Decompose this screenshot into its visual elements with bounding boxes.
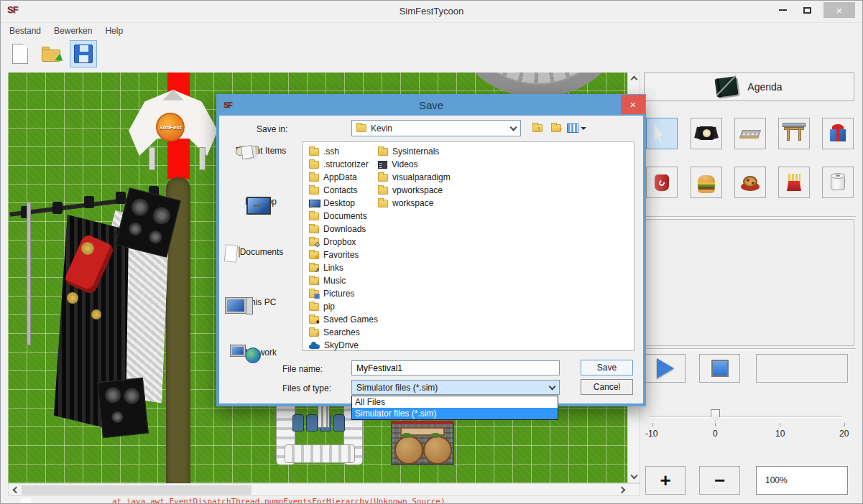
speed-slider-track[interactable] bbox=[650, 416, 842, 418]
tool-trash-button[interactable] bbox=[646, 167, 678, 198]
zoom-level-field[interactable]: 100% bbox=[756, 466, 848, 495]
scroll-up-button[interactable] bbox=[628, 73, 640, 85]
bun-top bbox=[698, 175, 715, 182]
tool-select-button[interactable] bbox=[646, 118, 678, 149]
file-item[interactable]: ▣Pictures bbox=[309, 287, 378, 300]
dropdown-option-sim-files[interactable]: Simulator files (*.sim) bbox=[352, 408, 558, 419]
file-name: Searches bbox=[323, 327, 360, 337]
cymbal bbox=[67, 292, 78, 304]
file-item[interactable]: visualparadigm bbox=[378, 171, 451, 184]
file-list[interactable]: .ssh .structorizer AppData Contacts Desk… bbox=[303, 141, 634, 351]
zoom-out-button[interactable]: − bbox=[699, 466, 740, 495]
dropdown-option-all-files[interactable]: All Files bbox=[352, 396, 558, 408]
star-overlay: ★ bbox=[314, 254, 320, 261]
dialog-close-icon: × bbox=[630, 98, 637, 111]
place-this-pc[interactable]: This PC bbox=[226, 297, 295, 307]
folder-icon bbox=[378, 148, 388, 156]
speed-slider-handle[interactable] bbox=[711, 409, 720, 422]
file-name: SkyDrive bbox=[324, 340, 359, 350]
menu-help[interactable]: Help bbox=[103, 25, 124, 38]
scroll-right-button[interactable] bbox=[616, 484, 627, 495]
file-item[interactable]: .ssh bbox=[309, 145, 378, 158]
file-name: Contacts bbox=[323, 185, 357, 195]
file-item[interactable]: ●Saved Games bbox=[309, 313, 378, 326]
file-item[interactable]: Contacts bbox=[309, 184, 378, 197]
place-documents[interactable]: Documents bbox=[226, 247, 295, 257]
file-item[interactable]: vpworkspace bbox=[378, 184, 451, 197]
tool-fries-button[interactable] bbox=[778, 167, 810, 198]
file-name: Pictures bbox=[323, 289, 354, 299]
maximize-button[interactable] bbox=[796, 2, 818, 18]
save-file-button[interactable] bbox=[70, 40, 97, 67]
file-item[interactable]: pip bbox=[309, 300, 378, 313]
console-marker bbox=[21, 498, 31, 504]
view-menu-button[interactable] bbox=[566, 120, 586, 136]
file-item[interactable]: .structorizer bbox=[309, 158, 378, 171]
tool-pizza-button[interactable] bbox=[734, 167, 766, 198]
horizontal-scroll-thumb[interactable] bbox=[22, 485, 251, 495]
file-type-combobox[interactable]: Simulator files (*.sim) bbox=[351, 380, 560, 395]
agenda-button[interactable]: Agenda bbox=[644, 73, 854, 101]
tool-spotlight-button[interactable] bbox=[691, 118, 722, 149]
file-item[interactable]: ↗Links bbox=[309, 261, 378, 274]
minimize-button[interactable] bbox=[772, 2, 793, 18]
menu-bewerken[interactable]: Bewerken bbox=[52, 25, 93, 38]
up-one-level-button[interactable]: ↑ bbox=[530, 120, 545, 136]
new-folder-button[interactable]: * bbox=[548, 120, 564, 136]
search-overlay: ○ bbox=[316, 332, 320, 338]
file-item[interactable]: ○Searches bbox=[309, 326, 378, 339]
map-horizontal-scrollbar[interactable] bbox=[8, 483, 640, 496]
scroll-down-button[interactable] bbox=[628, 470, 640, 481]
tool-gift-button[interactable] bbox=[822, 118, 854, 149]
torii-gate-icon bbox=[783, 122, 806, 145]
new-file-button[interactable] bbox=[6, 40, 34, 67]
speaker-cone bbox=[123, 388, 140, 405]
tool-burger-button[interactable] bbox=[691, 167, 722, 198]
place-desktop[interactable]: Desktop bbox=[226, 197, 295, 207]
dialog-title-bar[interactable]: SF Save × bbox=[216, 94, 646, 116]
road-surface bbox=[739, 130, 761, 139]
tool-gate-button[interactable] bbox=[778, 118, 810, 149]
play-button[interactable] bbox=[645, 354, 686, 383]
ride-seat bbox=[306, 414, 318, 431]
file-item[interactable]: workspace bbox=[378, 197, 451, 210]
open-file-button[interactable] bbox=[38, 40, 65, 67]
place-network[interactable]: Network bbox=[226, 347, 295, 358]
file-name-input[interactable] bbox=[351, 360, 560, 375]
save-dialog: SF Save × Save in: Kevin ↑ * Recent Item… bbox=[216, 94, 646, 406]
dialog-close-button[interactable]: × bbox=[621, 95, 645, 114]
place-recent-items[interactable]: Recent Items bbox=[226, 146, 295, 156]
stop-button[interactable] bbox=[699, 354, 740, 383]
file-item[interactable]: SkyDrive bbox=[309, 339, 378, 351]
file-item[interactable]: Sysinternals bbox=[378, 145, 451, 158]
file-item[interactable]: ◇Dropbox bbox=[309, 235, 378, 248]
file-item[interactable]: ★Favorites bbox=[309, 248, 378, 261]
chevron-up-icon bbox=[630, 75, 637, 83]
tool-toilet-button[interactable] bbox=[822, 167, 854, 198]
slider-tick bbox=[652, 423, 653, 426]
open-file-icon bbox=[42, 46, 62, 62]
file-item[interactable]: AppData bbox=[309, 171, 378, 184]
file-item[interactable]: ↓Downloads bbox=[309, 223, 378, 235]
file-list-column-2: Sysinternals Videos visualparadigm vpwor… bbox=[378, 145, 451, 210]
file-type-dropdown: All Files Simulator files (*.sim) bbox=[351, 396, 558, 420]
file-name: workspace bbox=[392, 198, 433, 208]
close-button[interactable]: × bbox=[823, 2, 855, 18]
dialog-save-button[interactable]: Save bbox=[581, 360, 633, 375]
file-item[interactable]: Videos bbox=[378, 158, 451, 171]
dialog-cancel-button[interactable]: Cancel bbox=[581, 379, 633, 395]
speaker-stack[interactable] bbox=[97, 378, 149, 438]
file-item[interactable]: ♪Music bbox=[309, 274, 378, 287]
scroll-left-button[interactable] bbox=[10, 484, 22, 495]
save-in-combobox[interactable]: Kevin bbox=[351, 120, 521, 136]
road-tile-icon bbox=[739, 122, 762, 145]
zoom-in-button[interactable]: + bbox=[645, 466, 686, 495]
simfest-logo-text: SimFest bbox=[159, 124, 181, 131]
file-item[interactable]: Desktop bbox=[309, 197, 378, 210]
title-bar[interactable]: SF SimFestTycoon × bbox=[1, 1, 862, 22]
agenda-notebook-icon bbox=[715, 76, 739, 98]
file-item[interactable]: Documents bbox=[309, 210, 378, 223]
speaker-cone bbox=[127, 221, 143, 237]
menu-bestand[interactable]: Bestand bbox=[8, 25, 42, 38]
tool-road-button[interactable] bbox=[734, 118, 766, 149]
